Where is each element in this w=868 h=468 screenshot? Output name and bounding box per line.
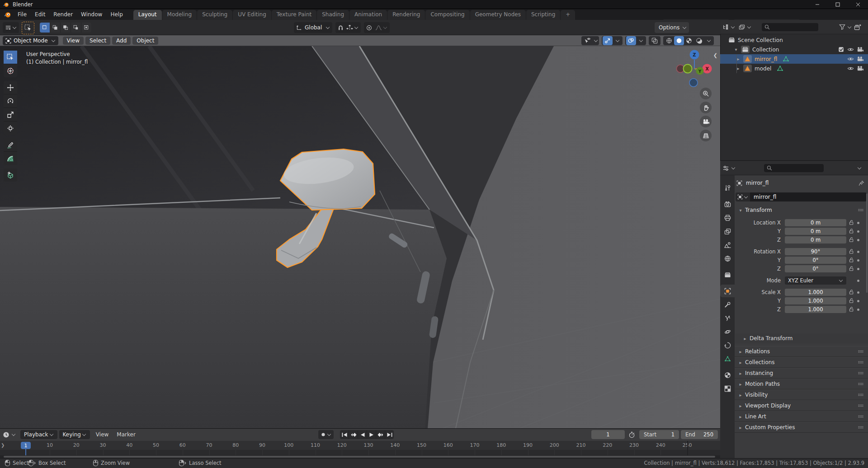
lock-open-icon[interactable] bbox=[849, 220, 854, 225]
panel-collections[interactable]: ▸Collections bbox=[735, 357, 868, 368]
checkbox-toggle[interactable] bbox=[838, 46, 844, 53]
workspace-tab-sculpting[interactable]: Sculpting bbox=[197, 10, 232, 20]
properties-tab-material[interactable] bbox=[720, 369, 735, 381]
proportional-edit-icon[interactable] bbox=[366, 25, 372, 31]
workspace-tab-uv-editing[interactable]: UV Editing bbox=[233, 10, 271, 20]
viewport-menu-view[interactable]: View bbox=[63, 37, 84, 45]
panel-instancing[interactable]: ▸Instancing bbox=[735, 368, 868, 379]
lock-open-icon[interactable] bbox=[849, 266, 854, 271]
camera-toggle[interactable] bbox=[857, 65, 863, 72]
editor-type-button[interactable] bbox=[3, 22, 19, 33]
viewport-menu-add[interactable]: Add bbox=[112, 37, 131, 45]
value-field[interactable]: 0° bbox=[785, 257, 846, 264]
outliner-row-model[interactable]: ▸model bbox=[720, 64, 868, 73]
shading-wireframe[interactable] bbox=[664, 36, 674, 45]
tool-move[interactable] bbox=[4, 81, 17, 94]
value-field[interactable]: 0 m bbox=[785, 236, 846, 243]
shading-rendered[interactable] bbox=[694, 36, 704, 45]
panel-viewport-display[interactable]: ▸Viewport Display bbox=[735, 400, 868, 411]
play-reverse-button[interactable] bbox=[358, 430, 367, 439]
workspace-tab-texture-paint[interactable]: Texture Paint bbox=[272, 10, 316, 20]
select-mode-new[interactable] bbox=[40, 23, 50, 33]
select-mode-intersect[interactable] bbox=[81, 23, 91, 33]
menu-window[interactable]: Window bbox=[77, 9, 106, 19]
lock-open-icon[interactable] bbox=[849, 237, 854, 243]
panel-line-art[interactable]: ▸Line Art bbox=[735, 411, 868, 422]
properties-tab-collection[interactable] bbox=[720, 268, 735, 281]
timeline-ruler[interactable]: 1020304050607080901001101201301401501601… bbox=[0, 441, 720, 450]
viewport-3d[interactable]: Object Mode ViewSelectAddObject bbox=[0, 35, 720, 428]
viewport-menu-object[interactable]: Object bbox=[132, 37, 158, 45]
camera-view-button[interactable] bbox=[700, 116, 712, 127]
workspace-tab-rendering[interactable]: Rendering bbox=[387, 10, 425, 20]
drag-dots-icon[interactable] bbox=[858, 372, 863, 374]
viewport-menu-select[interactable]: Select bbox=[85, 37, 110, 45]
workspace-tab-scripting[interactable]: Scripting bbox=[526, 10, 560, 20]
select-mode-subtract[interactable] bbox=[61, 23, 71, 33]
workspace-tab-animation[interactable]: Animation bbox=[349, 10, 387, 20]
mode-dropdown[interactable]: Object Mode bbox=[3, 36, 58, 45]
animate-dot[interactable] bbox=[857, 309, 859, 311]
auto-keying-toggle[interactable] bbox=[318, 430, 334, 439]
panel-relations[interactable]: ▸Relations bbox=[735, 346, 868, 357]
lock-open-icon[interactable] bbox=[849, 298, 854, 304]
zoom-button[interactable] bbox=[700, 88, 712, 99]
current-frame-badge[interactable]: 1 bbox=[21, 442, 31, 449]
jump-end-button[interactable] bbox=[385, 430, 394, 439]
animate-dot[interactable] bbox=[857, 291, 859, 294]
lock-open-icon[interactable] bbox=[849, 257, 854, 263]
drag-dots-icon[interactable] bbox=[858, 404, 863, 407]
animate-dot[interactable] bbox=[857, 259, 859, 262]
object-visibility-dropdown[interactable] bbox=[581, 36, 599, 45]
properties-tab-object[interactable] bbox=[720, 285, 735, 297]
timeline-playback-dropdown[interactable]: Playback bbox=[20, 430, 57, 439]
viewport-canvas[interactable]: User Perspective (1) Collection | mirror… bbox=[0, 46, 720, 428]
new-collection-button[interactable] bbox=[854, 24, 861, 31]
timeline-menu-view[interactable]: View bbox=[92, 430, 113, 440]
outliner-item-label[interactable]: Scene Collection bbox=[738, 37, 783, 43]
breadcrumb-object[interactable]: mirror_fl bbox=[746, 180, 769, 186]
maximize-button[interactable] bbox=[827, 0, 848, 9]
show-gizmos-toggle[interactable] bbox=[603, 36, 613, 45]
value-field[interactable]: 1.000 bbox=[785, 297, 846, 304]
panel-custom-properties[interactable]: ▸Custom Properties bbox=[735, 422, 868, 433]
workspace-tab-layout[interactable]: Layout bbox=[133, 10, 162, 20]
xray-toggle[interactable] bbox=[649, 36, 660, 45]
transform-orientation-dropdown[interactable]: Global bbox=[294, 22, 332, 33]
animate-dot[interactable] bbox=[857, 268, 859, 270]
properties-tab-constraints[interactable] bbox=[720, 339, 735, 351]
outliner-row-collection[interactable]: ▾Collection bbox=[720, 45, 868, 54]
pan-button[interactable] bbox=[700, 102, 712, 113]
drag-dots-icon[interactable] bbox=[858, 415, 863, 418]
workspace-tab-modeling[interactable]: Modeling bbox=[162, 10, 197, 20]
tool-scale[interactable] bbox=[4, 108, 17, 122]
select-mode-extend[interactable] bbox=[50, 23, 61, 33]
value-field[interactable]: 0 m bbox=[785, 228, 846, 235]
eye-toggle[interactable] bbox=[847, 56, 854, 62]
outliner-search-input[interactable] bbox=[762, 23, 818, 31]
scrollbar-handle[interactable] bbox=[4, 456, 715, 458]
tool-measure[interactable] bbox=[4, 152, 17, 165]
value-field[interactable]: 1.000 bbox=[785, 289, 846, 296]
properties-tab-physics[interactable] bbox=[720, 325, 735, 338]
prev-keyframe-button[interactable] bbox=[349, 430, 358, 439]
play-button[interactable] bbox=[367, 430, 376, 439]
properties-tab-tool[interactable] bbox=[720, 182, 735, 194]
workspace-tab-plus[interactable]: + bbox=[561, 10, 575, 20]
shading-material[interactable] bbox=[684, 36, 694, 45]
value-field[interactable]: 90° bbox=[785, 248, 846, 255]
expand-icon[interactable]: ▾ bbox=[734, 47, 738, 52]
eye-toggle[interactable] bbox=[847, 46, 854, 53]
properties-tab-view-layer[interactable] bbox=[720, 225, 735, 238]
menu-edit[interactable]: Edit bbox=[31, 9, 49, 19]
menu-render[interactable]: Render bbox=[49, 9, 77, 19]
menu-file[interactable]: File bbox=[14, 9, 31, 19]
animate-dot[interactable] bbox=[857, 230, 859, 233]
shading-dropdown[interactable] bbox=[704, 36, 713, 45]
transform-panel-header[interactable]: ▾ Transform bbox=[735, 205, 868, 215]
animate-dot[interactable] bbox=[857, 222, 859, 224]
object-name-input[interactable]: mirror_fl bbox=[750, 192, 867, 201]
active-tool-button[interactable] bbox=[22, 22, 34, 34]
drag-dots-icon[interactable] bbox=[858, 350, 863, 353]
workspace-tab-compositing[interactable]: Compositing bbox=[425, 10, 469, 20]
